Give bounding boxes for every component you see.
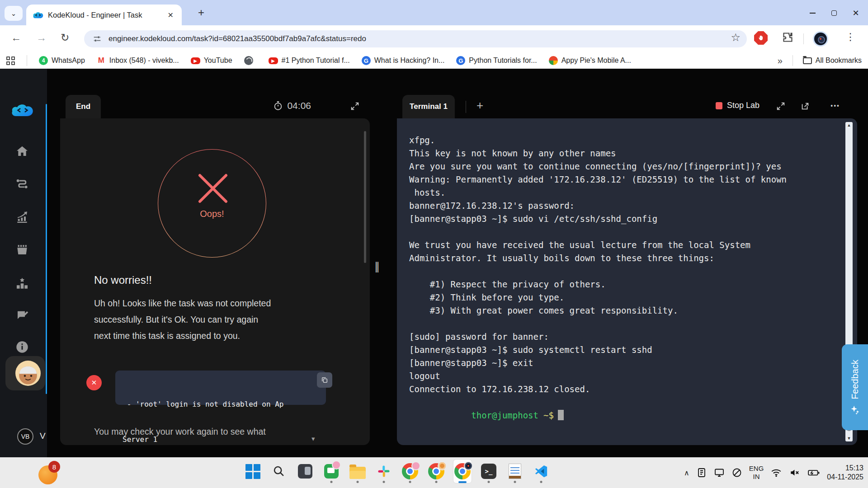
youtube-icon: ▶ — [269, 57, 278, 64]
scroll-down-icon[interactable]: ▾ — [311, 435, 315, 443]
terminal-screen[interactable]: xfpg. This key is not known by any other… — [397, 118, 857, 445]
extensions-button[interactable] — [782, 31, 794, 43]
sidebar-accent-scrollbar[interactable] — [46, 104, 47, 394]
minimize-icon — [810, 13, 816, 14]
adblock-extension-button[interactable] — [754, 31, 768, 45]
window-maximize-button[interactable] — [824, 7, 844, 19]
info-icon — [15, 340, 29, 354]
taskbar-terminal[interactable]: >_ — [479, 459, 498, 484]
chrome-icon — [454, 463, 471, 479]
bookmark-appy-pie[interactable]: Appy Pie's Mobile A... — [549, 56, 631, 65]
sidebar-user-avatar-card[interactable] — [5, 356, 45, 390]
error-code-box: - 'root' login is not disabled on Ap Ser… — [115, 371, 326, 405]
taskbar-notepad[interactable] — [505, 459, 524, 484]
tray-volume-button[interactable] — [789, 467, 801, 479]
running-indicator — [488, 481, 490, 483]
back-button[interactable]: ← — [11, 32, 21, 44]
tune-icon[interactable] — [92, 34, 102, 44]
kodekloud-logo-icon[interactable] — [11, 102, 34, 118]
reload-button[interactable]: ↻ — [61, 32, 69, 44]
taskbar-clock[interactable]: 15:13 04-11-2025 — [827, 464, 863, 482]
copy-button[interactable] — [317, 372, 332, 388]
tray-battery-button[interactable] — [807, 467, 820, 479]
chevron-down-icon: ⌄ — [11, 9, 17, 18]
sidebar-item-leaderboard[interactable] — [15, 277, 30, 292]
sidebar-item-info[interactable] — [15, 340, 30, 355]
terminal-line: [banner@stapp03 ~]$ sudo vi /etc/ssh/ssh… — [409, 212, 826, 225]
profile-button[interactable] — [813, 31, 828, 47]
taskbar-chrome-profile-2[interactable] — [427, 459, 446, 484]
browser-menu-button[interactable]: ⋮ — [845, 31, 855, 43]
url-text[interactable]: engineer.kodekloud.com/task?id=68021aa35… — [108, 34, 366, 43]
tab-end[interactable]: End — [66, 95, 101, 118]
expand-panel-button[interactable] — [350, 101, 360, 111]
taskbar-taskview-button[interactable] — [296, 459, 315, 484]
forward-button[interactable]: → — [36, 32, 47, 44]
tray-expand-button[interactable]: ∧ — [684, 469, 689, 477]
bookmark-what-is-hacking[interactable]: G What is Hacking? In... — [362, 56, 445, 65]
user-avatar — [15, 361, 41, 386]
bookmark-globe[interactable] — [244, 56, 257, 65]
terminal-menu-button[interactable]: ••• — [830, 102, 840, 109]
kodekloud-favicon-icon — [33, 11, 43, 19]
taskbar-slack[interactable] — [374, 459, 393, 484]
sidebar-item-home[interactable] — [15, 144, 30, 160]
tab-terminal-1[interactable]: Terminal 1 — [402, 95, 455, 118]
taskbar-widgets-button[interactable]: 8 — [38, 462, 60, 483]
address-bar[interactable]: engineer.kodekloud.com/task?id=68021aa35… — [84, 30, 747, 47]
taskbar-file-explorer[interactable] — [348, 459, 367, 484]
bookmarks-overflow-button[interactable]: » — [778, 56, 783, 66]
appypie-icon — [549, 56, 558, 65]
tray-wifi-button[interactable] — [770, 467, 782, 479]
language-indicator[interactable]: ENG IN — [749, 465, 764, 481]
badge-count: 8 — [52, 463, 56, 471]
sidebar-item-learning-path[interactable] — [15, 177, 30, 192]
new-terminal-button[interactable]: + — [476, 99, 483, 113]
panel-resize-handle[interactable]: ∥ — [374, 260, 381, 273]
sidebar-item-progress[interactable] — [15, 210, 30, 225]
scroll-down-icon[interactable]: ▼ — [845, 436, 853, 441]
terminal-line: Are you sure you want to continue connec… — [409, 160, 826, 173]
avatar-badge — [332, 460, 341, 469]
window-close-button[interactable]: ✕ — [845, 7, 866, 19]
windows-logo-icon — [245, 464, 260, 479]
bookmark-gmail-inbox[interactable]: M Inbox (548) - vivekb... — [97, 56, 179, 65]
scroll-up-icon[interactable]: ▲ — [845, 123, 853, 127]
error-x-badge: ✕ — [86, 375, 102, 390]
terminal-line: logout — [409, 370, 826, 383]
taskbar-chat-app[interactable] — [322, 459, 341, 484]
sidebar-item-calendar[interactable] — [15, 243, 30, 258]
bookmark-star-button[interactable]: ☆ — [731, 31, 741, 44]
sidebar-item-feedback[interactable] — [15, 308, 30, 324]
feedback-button[interactable]: Feedback — [842, 344, 868, 430]
user-initials-chip[interactable]: VB — [17, 428, 33, 445]
tab-search-button[interactable]: ⌄ — [5, 6, 23, 21]
stop-lab-button[interactable]: Stop Lab — [716, 101, 760, 110]
running-indicator — [514, 481, 516, 483]
panel-scrollbar-thumb[interactable] — [364, 131, 366, 263]
close-icon: ✕ — [852, 8, 859, 18]
tray-display-icon-button[interactable] — [714, 467, 725, 478]
tray-app-icon[interactable] — [696, 467, 707, 478]
apps-grid-icon[interactable] — [6, 56, 15, 65]
bookmark-python-tutorials-for[interactable]: G Python Tutorials for... — [456, 56, 537, 65]
bookmark-label: WhatsApp — [52, 56, 85, 65]
taskbar-start-button[interactable] — [243, 459, 262, 484]
bookmark-youtube[interactable]: ▶ YouTube — [191, 56, 232, 65]
taskbar-chrome-active[interactable] — [453, 459, 472, 484]
active-tab[interactable]: KodeKloud - Engineer | Task ✕ — [26, 5, 182, 25]
taskbar-search-button[interactable] — [269, 459, 288, 484]
bookmark-python-tutorial[interactable]: ▶ #1 Python Tutorial f... — [269, 56, 350, 65]
open-in-new-button[interactable] — [800, 101, 810, 111]
taskbar-chrome-profile-1[interactable] — [401, 459, 420, 484]
taskbar-vscode[interactable] — [532, 459, 551, 484]
new-tab-button[interactable]: + — [198, 6, 204, 19]
expand-terminal-button[interactable] — [776, 101, 786, 111]
user-name-truncated: V — [40, 431, 46, 441]
window-minimize-button[interactable] — [802, 7, 823, 19]
all-bookmarks-button[interactable]: All Bookmarks — [803, 56, 862, 65]
bookmark-whatsapp[interactable]: 4 WhatsApp — [39, 56, 85, 65]
terminal-cursor[interactable] — [558, 410, 564, 420]
tab-close-icon[interactable]: ✕ — [166, 10, 175, 20]
tray-quiet-hours-button[interactable] — [731, 467, 742, 478]
